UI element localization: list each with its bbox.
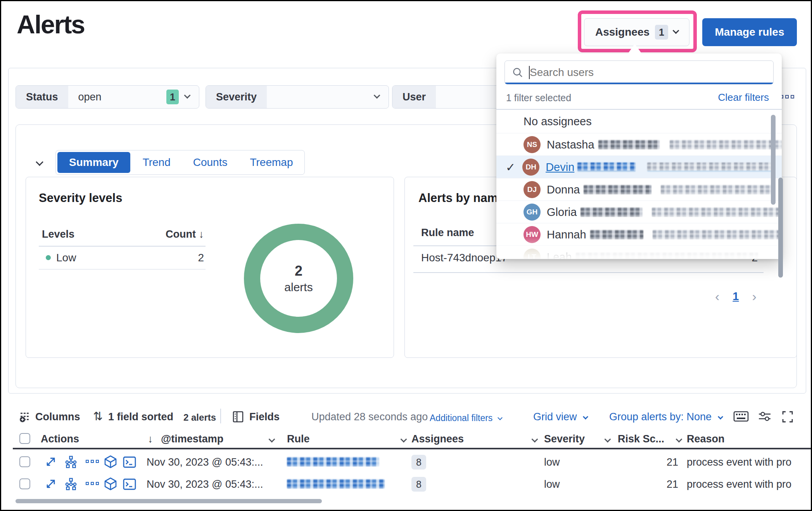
filter-selected-status: 1 filter selected: [506, 92, 571, 104]
severity-legend-row[interactable]: Low 2: [39, 247, 206, 269]
assignee-option-leah[interactable]: LT Leah: [496, 246, 782, 259]
reason-cell[interactable]: process event with pro: [687, 456, 812, 468]
select-all-checkbox[interactable]: [19, 433, 30, 444]
chevron-down-icon: [673, 28, 679, 34]
col-header-assignees[interactable]: Assignees: [411, 433, 464, 445]
pagination-prev-icon[interactable]: ‹: [715, 289, 719, 304]
timestamp-cell[interactable]: Nov 30, 2023 @ 05:43:...: [147, 478, 263, 490]
col-header-rule[interactable]: Rule: [287, 433, 310, 445]
legend-col-count[interactable]: Count ↓: [166, 228, 204, 240]
analyzer-graph-icon[interactable]: [64, 478, 78, 491]
package-cube-icon[interactable]: [104, 455, 117, 469]
more-filters-icon[interactable]: [780, 95, 794, 98]
severity-filter-label: Severity: [206, 86, 267, 108]
tab-trend[interactable]: Trend: [133, 156, 181, 169]
redacted-text: [661, 185, 773, 194]
pagination: ‹ 1 ›: [715, 289, 757, 304]
assignee-option-nastasha[interactable]: NS Nastasha: [496, 133, 782, 156]
status-filter[interactable]: Status open 1: [16, 85, 199, 109]
legend-col-levels: Levels: [42, 228, 74, 240]
fields-icon[interactable]: [232, 411, 244, 423]
severity-levels-panel: Severity levels Levels Count ↓ Low 2 2 a…: [26, 177, 394, 358]
reason-cell[interactable]: process event with pro: [687, 478, 812, 490]
tab-treemap[interactable]: Treemap: [240, 156, 303, 169]
updated-timestamp: Updated 28 seconds ago: [311, 411, 428, 423]
severity-row-count: 2: [198, 252, 204, 264]
no-assignees-option[interactable]: No assignees: [496, 110, 782, 133]
keyboard-shortcuts-icon[interactable]: [733, 411, 749, 422]
avatar: DH: [522, 159, 539, 176]
redacted-text: [584, 185, 651, 194]
fullscreen-icon[interactable]: [781, 411, 794, 423]
assignee-option-hannah[interactable]: HW Hannah: [496, 223, 782, 246]
redacted-text: [577, 162, 636, 172]
assignee-option-donna[interactable]: DJ Donna: [496, 178, 782, 201]
manage-rules-button[interactable]: Manage rules: [702, 18, 797, 46]
tab-summary[interactable]: Summary: [57, 152, 130, 173]
col-header-actions: Actions: [41, 433, 79, 445]
col-header-severity[interactable]: Severity: [544, 433, 585, 445]
sort-desc-icon: ↓: [199, 228, 204, 240]
search-users-field[interactable]: [504, 60, 774, 85]
assignee-option-gloria[interactable]: GH Gloria: [496, 201, 782, 223]
col-header-risk-score[interactable]: Risk Sc...: [618, 433, 664, 445]
row-checkbox[interactable]: [19, 456, 30, 467]
timestamp-cell[interactable]: Nov 30, 2023 @ 05:43:...: [147, 456, 263, 468]
more-actions-icon[interactable]: [86, 482, 99, 485]
redacted-rule-name[interactable]: [287, 457, 379, 466]
group-alerts-by-button[interactable]: Group alerts by: None: [609, 411, 722, 423]
package-cube-icon[interactable]: [104, 477, 117, 491]
fields-button[interactable]: Fields: [249, 411, 280, 423]
columns-icon[interactable]: [19, 411, 31, 423]
alerts-page: Alerts Assignees 1 Manage rules Status o…: [0, 0, 812, 511]
severity-filter[interactable]: Severity: [206, 85, 389, 109]
assignee-option-devin[interactable]: ✓ DH Devin: [496, 156, 782, 178]
expand-alert-icon[interactable]: [45, 478, 57, 490]
chevron-down-icon: [718, 414, 723, 420]
redacted-rule-name[interactable]: [287, 479, 385, 489]
field-sorted-button[interactable]: 1 field sorted: [108, 411, 173, 423]
pagination-page-1[interactable]: 1: [733, 290, 739, 303]
redacted-text: [598, 140, 660, 149]
assignees-filter-button[interactable]: Assignees 1: [584, 18, 689, 46]
chevron-down-icon[interactable]: [676, 436, 682, 443]
horizontal-scrollbar[interactable]: [16, 499, 322, 503]
redacted-text: [653, 230, 782, 239]
severity-panel-title: Severity levels: [39, 191, 122, 205]
col-header-timestamp[interactable]: @timestamp: [161, 433, 223, 445]
chevron-down-icon[interactable]: [269, 436, 275, 443]
grid-settings-icon[interactable]: [758, 411, 771, 422]
check-icon: ✓: [506, 161, 515, 174]
assignees-popover: 1 filter selected Clear filters No assig…: [496, 54, 782, 259]
more-actions-icon[interactable]: [86, 460, 99, 463]
columns-button[interactable]: Columns: [35, 411, 80, 423]
rule-name-cell[interactable]: Host-743dnoep17: [421, 252, 508, 264]
grid-view-button[interactable]: Grid view: [533, 411, 587, 423]
status-count-badge: 1: [166, 90, 179, 104]
timestamp-sort-desc-icon[interactable]: ↓: [148, 433, 153, 445]
chevron-down-icon[interactable]: [532, 436, 538, 443]
session-view-icon[interactable]: [123, 478, 136, 490]
severity-donut-chart: 2 alerts: [244, 224, 353, 333]
popover-scrollbar[interactable]: [771, 115, 776, 205]
alerts-by-name-title: Alerts by name: [418, 191, 504, 205]
chevron-down-icon[interactable]: [401, 436, 407, 443]
analyzer-graph-icon[interactable]: [64, 456, 78, 469]
row-checkbox[interactable]: [19, 478, 30, 489]
assignees-button-label: Assignees: [595, 26, 650, 38]
expand-alert-icon[interactable]: [45, 456, 57, 468]
additional-filters-button[interactable]: Additional filters: [430, 413, 502, 423]
clear-filters-button[interactable]: Clear filters: [718, 91, 769, 104]
status-filter-label: Status: [16, 86, 68, 108]
search-users-input[interactable]: [530, 66, 773, 79]
assignees-count-cell[interactable]: 8: [411, 477, 426, 492]
assignees-count-cell[interactable]: 8: [411, 455, 426, 470]
tab-counts[interactable]: Counts: [183, 156, 238, 169]
pagination-next-icon[interactable]: ›: [752, 289, 756, 304]
session-view-icon[interactable]: [123, 456, 136, 468]
page-scrollbar[interactable]: [778, 178, 783, 278]
assignee-profile-link[interactable]: Devin: [546, 161, 574, 174]
donut-value: 2: [295, 263, 302, 279]
chevron-down-icon[interactable]: [605, 436, 611, 443]
assignees-count-badge: 1: [655, 25, 668, 40]
